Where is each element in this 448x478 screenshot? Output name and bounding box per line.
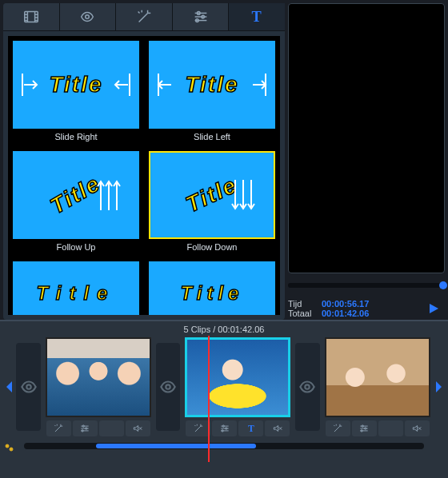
title-preset-follow-down[interactable]: Title Follow Down — [144, 146, 280, 257]
preset-title-word: Title — [37, 282, 116, 305]
playhead[interactable] — [208, 336, 210, 462]
title-preset-slide-left[interactable]: Title Slide Left — [144, 36, 280, 146]
storyboard: 5 Clips / 00:01:42.06 — [0, 320, 448, 478]
clips-tab[interactable] — [3, 3, 60, 30]
preset-caption: Slide Left — [149, 129, 275, 145]
clip-thumbnail[interactable] — [325, 337, 430, 417]
clip-mute-button[interactable] — [126, 420, 150, 436]
adjust-tab[interactable] — [173, 3, 230, 30]
clip-thumbnail[interactable] — [185, 337, 290, 417]
total-label: Totaal — [288, 309, 322, 318]
preset-caption: Follow Down — [149, 239, 275, 255]
preview-viewport[interactable] — [288, 3, 445, 273]
play-button[interactable] — [422, 297, 445, 320]
browser-tabbar — [3, 3, 285, 31]
svg-point-29 — [10, 448, 13, 451]
preset-title-word: Title — [185, 72, 238, 98]
transitions-tab[interactable] — [60, 3, 117, 30]
storyboard-scrollbar[interactable] — [24, 443, 424, 449]
clip-effects-button[interactable] — [46, 420, 71, 436]
scrollbar-handle[interactable] — [96, 444, 256, 448]
transition-slot[interactable] — [295, 343, 319, 431]
title-preset-spread-a[interactable]: Title — [8, 257, 144, 315]
clip-title-button[interactable] — [378, 420, 403, 436]
effect-browser: Title Slide Right Title — [3, 3, 285, 320]
clip-title-button[interactable] — [238, 420, 263, 436]
storyboard-header: 5 Clips / 00:01:42.06 — [0, 325, 448, 337]
transition-slot[interactable] — [156, 343, 180, 431]
clip-slot[interactable] — [185, 337, 290, 436]
preset-title-word: Title — [49, 72, 102, 98]
total-value: 00:01:42.06 — [322, 309, 369, 318]
preset-caption: Follow Up — [13, 239, 139, 255]
titles-tab[interactable] — [229, 3, 285, 30]
clip-adjust-button[interactable] — [212, 420, 237, 436]
clip-adjust-button[interactable] — [73, 420, 98, 436]
clip-slot[interactable] — [325, 337, 430, 436]
clip-title-button[interactable] — [99, 420, 124, 436]
title-preset-spread-b[interactable]: Title — [144, 257, 280, 315]
clip-slot[interactable] — [46, 337, 151, 436]
preview-seekbar[interactable] — [288, 278, 445, 293]
preview-panel: Tijd 00:00:56.17 Totaal 00:01:42.06 — [288, 3, 445, 320]
title-preset-grid[interactable]: Title Slide Right Title — [8, 36, 280, 315]
clip-mute-button[interactable] — [405, 420, 430, 436]
effects-tab[interactable] — [116, 3, 173, 30]
storyboard-prev-button[interactable] — [3, 380, 14, 393]
clip-mute-button[interactable] — [265, 420, 290, 436]
title-preset-slide-right[interactable]: Title Slide Right — [8, 36, 144, 146]
clip-effects-button[interactable] — [186, 420, 210, 436]
transition-slot[interactable] — [16, 343, 40, 431]
title-preset-follow-up[interactable]: Title Follow Up — [8, 146, 144, 257]
clip-effects-button[interactable] — [326, 420, 350, 436]
time-label: Tijd — [288, 299, 322, 309]
time-value: 00:00:56.17 — [322, 299, 369, 309]
preset-title-word: Title — [181, 282, 244, 305]
clip-adjust-button[interactable] — [352, 420, 377, 436]
marker-icon — [5, 441, 14, 456]
clip-thumbnail[interactable] — [46, 337, 151, 417]
storyboard-next-button[interactable] — [434, 380, 445, 393]
preset-caption: Slide Right — [13, 129, 139, 145]
svg-point-28 — [6, 444, 9, 448]
